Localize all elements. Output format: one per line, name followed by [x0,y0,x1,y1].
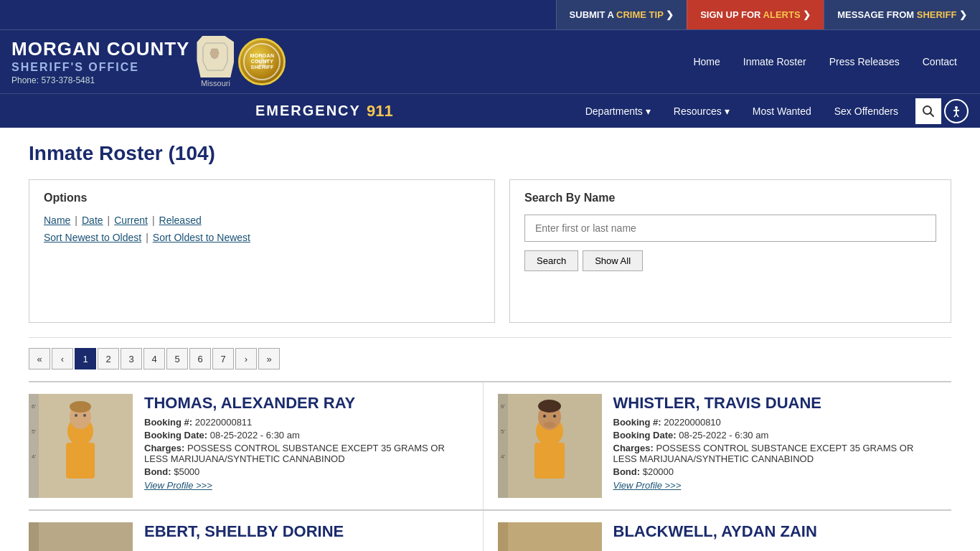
booking-date-thomas: Booking Date: 08-25-2022 - 6:30 am [144,430,468,441]
svg-point-16 [75,414,77,417]
inmate-card-thomas: 6'5'4' 6' 5' 4' [29,382,484,509]
inmate-name-whistler: WHISTLER, TRAVIS DUANE [613,394,938,413]
search-button[interactable]: Search [524,250,578,271]
missouri-map-icon [197,36,234,77]
inmate-info-whistler: WHISTLER, TRAVIS DUANE Booking #: 202200… [613,394,938,498]
nav-press-releases[interactable]: Press Releases [818,52,911,72]
dept-name: SHERIFF'S OFFICE [11,60,189,74]
svg-text:5': 5' [32,428,36,435]
sort-newest-link[interactable]: Sort Newest to Oldest [44,232,141,243]
svg-point-2 [955,106,958,109]
booking-num-thomas: Booking #: 20220000811 [144,417,468,428]
nav-sex-offenders[interactable]: Sex Offenders [823,97,910,126]
svg-text:4': 4' [501,453,505,460]
page-2[interactable]: 2 [98,348,119,369]
logo-text: MORGAN COUNTY SHERIFF'S OFFICE Phone: 57… [11,38,189,86]
svg-rect-30 [29,522,133,551]
inmate-name-blackwell: BLACKWELL, AYDAN ZAIN [613,522,938,541]
bond-whistler: Bond: $20000 [613,466,938,477]
accessibility-button[interactable] [944,99,969,123]
crime-tip-button[interactable]: SUBMIT A CRIME TIP ❯ [556,0,687,29]
page-5[interactable]: 5 [166,348,188,369]
nav-most-wanted[interactable]: Most Wanted [741,97,823,126]
search-heading: Search By Name [524,192,936,204]
inmate-info-ebert: EBERT, SHELLBY DORINE [144,522,468,551]
crime-tip-label: SUBMIT A CRIME TIP ❯ [570,9,674,20]
svg-point-26 [538,400,561,413]
page-next[interactable]: › [235,348,257,369]
svg-text:6': 6' [501,403,505,410]
page-last[interactable]: » [258,348,280,369]
phone-number: Phone: 573-378-5481 [11,75,189,85]
svg-point-29 [544,422,555,428]
booking-num-whistler: Booking #: 20220000810 [613,417,938,428]
svg-rect-31 [29,522,39,551]
site-header: MORGAN COUNTY SHERIFF'S OFFICE Phone: 57… [0,30,980,93]
top-nav-links: Home Inmate Roster Press Releases Contac… [682,52,969,72]
svg-rect-32 [498,522,602,551]
filter-released-link[interactable]: Released [159,215,202,226]
options-search-section: Options Name | Date | Current | Released… [29,179,951,323]
inmate-photo-whistler: 6' 5' 4' [498,394,602,498]
sign-up-alerts-button[interactable]: SIGN UP FOR ALERTS ❯ [687,0,824,29]
filter-current-link[interactable]: Current [114,215,148,226]
show-all-button[interactable]: Show All [583,250,643,271]
inmate-row-1: 6'5'4' 6' 5' 4' [29,382,951,511]
charges-thomas: Charges: POSSESS CONTROL SUBSTANCE EXCEP… [144,443,468,464]
inmate-info-blackwell: BLACKWELL, AYDAN ZAIN [613,522,938,551]
top-nav: Home Inmate Roster Press Releases Contac… [341,52,969,72]
nav-contact[interactable]: Contact [911,52,969,72]
page-4[interactable]: 4 [143,348,165,369]
inmate-name-thomas: THOMAS, ALEXANDER RAY [144,394,468,413]
sign-up-label: SIGN UP FOR ALERTS ❯ [700,9,811,20]
svg-text:6': 6' [32,403,36,410]
options-heading: Options [44,192,480,204]
inmate-card-blackwell: BLACKWELL, AYDAN ZAIN [484,511,952,551]
secondary-nav: EMERGENCY 911 Departments ▾ Resources ▾ … [0,93,980,128]
secondary-nav-links: Departments ▾ Resources ▾ Most Wanted Se… [574,97,910,126]
view-profile-whistler[interactable]: View Profile >>> [613,480,682,491]
svg-point-17 [83,414,86,417]
svg-text:4': 4' [32,453,36,460]
page-prev[interactable]: ‹ [52,348,73,369]
page-3[interactable]: 3 [121,348,142,369]
emergency-block: EMERGENCY 911 [255,102,393,121]
page-title: Inmate Roster (104) [29,142,951,165]
svg-text:5': 5' [501,428,505,435]
svg-point-27 [543,415,546,418]
inmate-name-ebert: EBERT, SHELLBY DORINE [144,522,468,541]
site-search-button[interactable] [915,98,941,124]
page-7[interactable]: 7 [212,348,234,369]
bond-thomas: Bond: $5000 [144,466,468,477]
nav-departments[interactable]: Departments ▾ [574,97,662,126]
logo-badges: Missouri MORGANCOUNTYSHERIFF [197,36,286,88]
page-first[interactable]: « [29,348,50,369]
inmate-card-ebert: EBERT, SHELLBY DORINE [29,511,484,551]
sheriff-message-button[interactable]: Message From SHERIFF ❯ [824,0,980,29]
page-1[interactable]: 1 [75,348,96,369]
nav-resources[interactable]: Resources ▾ [662,97,741,126]
filter-name-link[interactable]: Name [44,215,70,226]
resources-dropdown-icon: ▾ [725,105,730,117]
view-profile-thomas[interactable]: View Profile >>> [144,480,212,491]
svg-point-28 [553,415,556,418]
agency-name: MORGAN COUNTY [11,38,189,60]
filter-date-link[interactable]: Date [82,215,103,226]
svg-rect-33 [498,522,508,551]
main-content: Inmate Roster (104) Options Name | Date … [0,128,980,551]
inmate-row-2: EBERT, SHELLBY DORINE BLACKWELL, AYDAN Z… [29,511,951,551]
svg-line-1 [930,113,934,116]
inmate-card-whistler: 6' 5' 4' [484,382,952,509]
page-6[interactable]: 6 [189,348,211,369]
emergency-911: 911 [367,102,393,121]
badge-inner: MORGANCOUNTYSHERIFF [243,43,281,80]
search-input[interactable] [524,215,936,242]
inmate-photo-thomas: 6'5'4' 6' 5' 4' [29,394,133,498]
nav-inmate-roster[interactable]: Inmate Roster [732,52,818,72]
svg-rect-24 [534,443,565,479]
top-bar: SUBMIT A CRIME TIP ❯ SIGN UP FOR ALERTS … [0,0,980,30]
sort-links: Sort Newest to Oldest | Sort Oldest to N… [44,232,480,243]
sort-oldest-link[interactable]: Sort Oldest to Newest [153,232,250,243]
nav-home[interactable]: Home [682,52,731,72]
sheriff-badge: MORGANCOUNTYSHERIFF [238,38,286,85]
